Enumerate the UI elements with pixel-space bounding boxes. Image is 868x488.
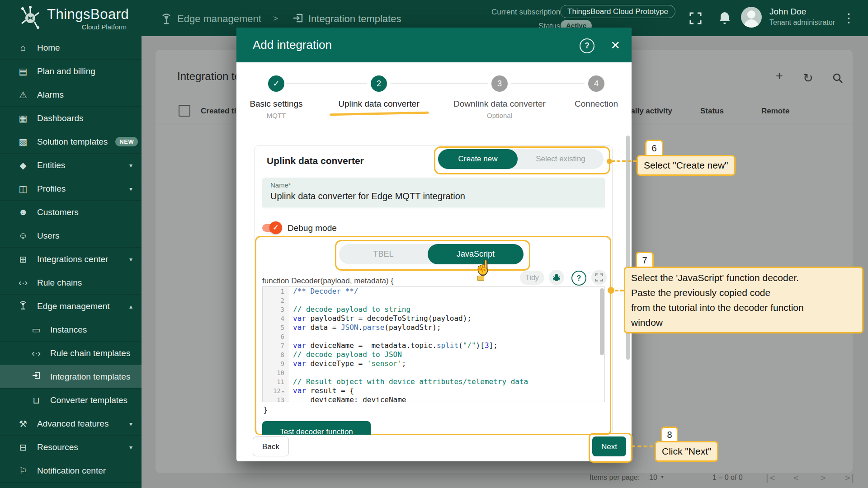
step-connector (511, 83, 585, 84)
integration-templates-icon (30, 371, 42, 383)
avatar[interactable] (741, 7, 762, 28)
name-field[interactable]: Name* Uplink data converter for Edge MQT… (262, 178, 605, 208)
debug-toggle-check-icon[interactable]: ✓ (269, 221, 282, 234)
code-editor[interactable]: 1/** Decoder **/23// decode payload to s… (262, 286, 605, 402)
sidebar-item-label: Notification center (37, 466, 106, 476)
step2-circle[interactable]: 2 (371, 75, 387, 92)
sidebar-item-label: Profiles (37, 184, 66, 194)
tidy-button[interactable]: Tidy (520, 271, 544, 285)
closing-brace: } (263, 406, 268, 415)
select-existing-toggle[interactable]: Select existing (518, 149, 604, 169)
help-icon[interactable]: ? (580, 38, 594, 53)
home-icon: ⌂ (17, 42, 29, 53)
user-role: Tenant administrator (769, 19, 835, 27)
sidebar-item-label: Alarms (37, 90, 64, 100)
sidebar-item-advanced-features[interactable]: ⚒ Advanced features ▾ (0, 412, 142, 435)
step3-circle[interactable]: 3 (491, 75, 508, 92)
test-decoder-button[interactable]: Test decoder function (262, 421, 371, 435)
billing-card-icon: ▤ (17, 66, 29, 77)
step1-label[interactable]: Basic settings (226, 99, 326, 109)
sidebar-item-solution-templates[interactable]: ▩ Solution templates NEW (0, 130, 142, 153)
new-badge: NEW (115, 137, 138, 146)
cursor-highlight-square (477, 276, 484, 281)
fullscreen-icon[interactable] (689, 12, 702, 24)
name-field-label: Name* (270, 181, 291, 189)
sidebar-item-label: Integrations center (37, 254, 108, 264)
step3-label[interactable]: Downlink data converter (445, 99, 554, 109)
step2-label[interactable]: Uplink data converter (329, 99, 429, 109)
sidebar-item-entities[interactable]: ◆ Entities ▾ (0, 153, 142, 177)
sidebar-item-label: Edge management (37, 301, 110, 311)
sidebar-item-users[interactable]: ☺ Users (0, 224, 142, 247)
sidebar-item-dashboards[interactable]: ▦ Dashboards (0, 106, 142, 130)
decoder-help-icon[interactable]: ? (571, 271, 586, 286)
step4-circle[interactable]: 4 (588, 75, 604, 92)
entities-icon: ◆ (17, 160, 29, 171)
debug-bug-icon[interactable] (549, 270, 564, 285)
next-button[interactable]: Next (592, 436, 626, 456)
dialog-title: Add integration (253, 28, 332, 62)
edge-management-icon (160, 12, 173, 25)
sidebar-item-profiles[interactable]: ◫ Profiles ▾ (0, 177, 142, 200)
solution-templates-icon: ▩ (17, 136, 29, 147)
tbel-toggle[interactable]: TBEL (339, 244, 428, 264)
breadcrumb-separator: > (273, 14, 278, 23)
subscription-label: Current subscription (491, 8, 560, 17)
back-button[interactable]: Back (253, 436, 289, 456)
step1-circle-check-icon[interactable]: ✓ (268, 75, 284, 92)
chevron-down-icon: ▾ (129, 256, 132, 263)
user-name: John Doe (769, 7, 806, 17)
sidebar-item-rule-chain-templates[interactable]: ‹·› Rule chain templates (0, 341, 142, 365)
name-field-value[interactable]: Uplink data converter for Edge MQTT inte… (270, 191, 465, 202)
sidebar-item-edge-management[interactable]: Edge management ▴ (0, 294, 142, 318)
notifications-bell-icon[interactable] (718, 11, 731, 25)
decoder-function-signature: function Decoder(payload, metadata) { (262, 277, 393, 286)
sidebar-item-label: Entities (37, 160, 65, 170)
sidebar-item-alarms[interactable]: ⚠ Alarms (0, 83, 142, 106)
sidebar-item-resources[interactable]: ⊟ Resources ▾ (0, 435, 142, 459)
sidebar-item-home[interactable]: ⌂ Home (0, 36, 142, 59)
profiles-icon: ◫ (17, 183, 29, 194)
step4-label[interactable]: Connection (547, 99, 646, 109)
sidebar-item-customers[interactable]: ☻ Customers (0, 200, 142, 224)
create-new-toggle[interactable]: Create new (438, 149, 518, 169)
sidebar-item-rule-chains[interactable]: ‹·› Rule chains (0, 271, 142, 294)
sidebar-item-label: Dashboards (37, 113, 83, 123)
editor-fullscreen-icon[interactable] (591, 270, 607, 285)
uplink-converter-section: Uplink data converter Create new Select … (255, 145, 613, 435)
rule-chains-icon: ‹·› (17, 277, 29, 288)
sidebar-item-plan-and-billing[interactable]: ▤ Plan and billing (0, 59, 142, 83)
sidebar-item-api-usage[interactable]: ◔ API usage (0, 482, 142, 488)
screen: ThingsBoard Cloud Platform Edge manageme… (0, 0, 868, 488)
thingsboard-logo-icon (17, 5, 43, 31)
breadcrumb-section[interactable]: Edge management (177, 13, 261, 25)
close-icon[interactable]: × (611, 36, 620, 54)
sidebar-item-integration-templates[interactable]: Integration templates (0, 365, 142, 388)
app-subtitle: Cloud Platform (47, 23, 127, 31)
sidebar-item-converter-templates[interactable]: ⊔ Converter templates (0, 388, 142, 412)
instances-icon: ▭ (30, 324, 42, 335)
sidebar-item-label: Rule chain templates (50, 348, 130, 358)
editor-scrollbar[interactable] (600, 288, 604, 355)
step2-highlight-underline (330, 112, 429, 116)
sidebar-item-integrations-center[interactable]: ⊞ Integrations center ▾ (0, 247, 142, 271)
sidebar-item-label: Integration templates (50, 372, 130, 382)
sidebar-item-label: Rule chains (37, 278, 82, 288)
sidebar-item-label: Resources (37, 442, 78, 452)
notification-center-icon: ⚐ (17, 465, 29, 476)
breadcrumb-page[interactable]: Integration templates (308, 13, 401, 25)
converter-templates-icon: ⊔ (30, 395, 42, 406)
converter-mode-toggle: Create new Select existing (438, 149, 604, 169)
sidebar-item-label: Solution templates (37, 137, 108, 147)
step-connector (286, 83, 367, 84)
chevron-down-icon: ▾ (129, 420, 132, 427)
sidebar-item-notification-center[interactable]: ⚐ Notification center (0, 459, 142, 482)
sidebar-item-label: Home (37, 43, 60, 53)
kebab-menu-icon[interactable]: ⋮ (843, 11, 855, 25)
sidebar-item-instances[interactable]: ▭ Instances (0, 318, 142, 341)
app-title[interactable]: ThingsBoard (47, 6, 129, 23)
subscription-badge[interactable]: ThingsBoard Cloud Prototype (560, 5, 675, 18)
dialog-scrollbar[interactable] (626, 136, 630, 360)
step3-sublabel: Optional (445, 112, 554, 119)
customers-icon: ☻ (17, 207, 29, 217)
